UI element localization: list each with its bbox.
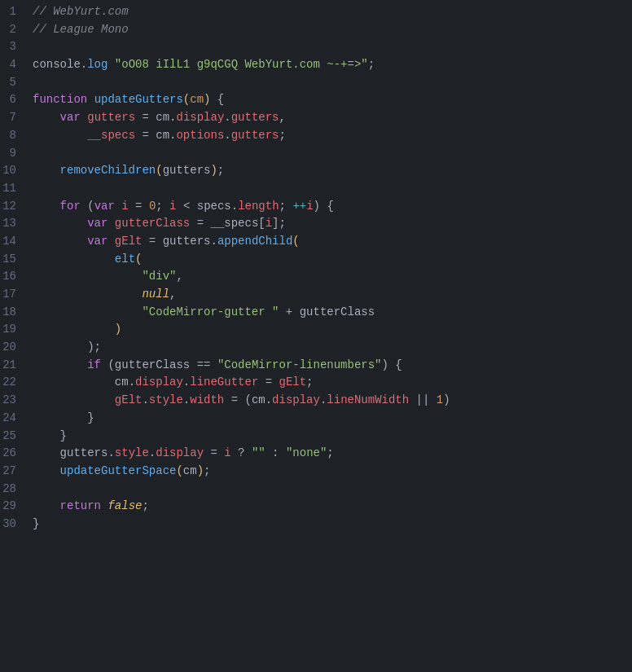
token: "CodeMirror-linenumbers" xyxy=(217,358,382,371)
line-number: 24 xyxy=(0,410,29,428)
token: , xyxy=(176,270,182,283)
token: lineGutter xyxy=(190,376,258,389)
token: options xyxy=(176,129,224,142)
token: cm xyxy=(156,129,169,142)
token: gutters xyxy=(60,446,108,459)
token: var xyxy=(60,111,81,124)
token: "" xyxy=(252,446,266,459)
line-number: 4 xyxy=(0,56,29,74)
line-content: ) xyxy=(29,321,632,339)
token xyxy=(33,393,115,406)
token: "oO08 iIlL1 g9qCGQ WebYurt.com ~-+=>" xyxy=(115,58,368,71)
code-line: 13 var gutterClass = __specs[i]; xyxy=(0,215,632,233)
token: __specs xyxy=(87,129,135,142)
token: lineNumWidth xyxy=(327,393,409,406)
token: . xyxy=(224,129,230,142)
token: var xyxy=(87,217,108,230)
token xyxy=(33,235,87,248)
token: ) xyxy=(197,464,204,477)
token: "div" xyxy=(142,270,176,283)
token: gutters xyxy=(231,111,279,124)
token: null xyxy=(142,288,169,301)
token: ? xyxy=(231,446,252,459)
code-line: 26 gutters.style.display = i ? "" : "non… xyxy=(0,445,632,463)
token: return xyxy=(60,499,101,512)
token: ) xyxy=(443,393,450,406)
token: length xyxy=(238,200,279,213)
token: cm xyxy=(190,93,204,106)
line-number: 10 xyxy=(0,162,29,180)
token: console xyxy=(33,58,81,71)
line-number: 25 xyxy=(0,428,29,446)
line-content xyxy=(29,145,632,163)
token xyxy=(33,340,87,354)
code-line: 6function updateGutters(cm) { xyxy=(0,91,632,109)
code-line: 9 xyxy=(0,145,632,163)
token xyxy=(33,129,87,142)
line-number: 28 xyxy=(0,481,29,499)
line-number: 16 xyxy=(0,268,29,286)
token: updateGutters xyxy=(94,93,183,106)
token: , xyxy=(279,111,286,124)
token: style xyxy=(115,446,149,459)
line-number: 29 xyxy=(0,498,29,516)
token: ; xyxy=(142,499,148,512)
line-number: 18 xyxy=(0,304,29,322)
token: ) xyxy=(210,164,217,177)
token xyxy=(108,217,114,230)
line-content: gutters.style.display = i ? "" : "none"; xyxy=(29,445,632,463)
line-content xyxy=(29,481,632,499)
token: . xyxy=(81,58,87,71)
token xyxy=(33,446,60,459)
code-line: 15 elt( xyxy=(0,251,632,269)
line-content: var gElt = gutters.appendChild( xyxy=(29,233,632,251)
token: = xyxy=(190,217,210,230)
token xyxy=(33,217,87,230)
token: ( xyxy=(101,358,115,371)
token: false xyxy=(108,499,142,512)
token: var xyxy=(94,200,115,213)
token: ) { xyxy=(382,358,402,371)
token: cm xyxy=(156,111,169,124)
code-line: 21 if (gutterClass == "CodeMirror-linenu… xyxy=(0,357,632,375)
line-content xyxy=(29,180,632,198)
token: gutters xyxy=(87,111,135,124)
token xyxy=(33,411,87,424)
token: : xyxy=(266,446,286,459)
code-line: 16 "div", xyxy=(0,268,632,286)
token: == xyxy=(190,358,217,371)
token: i xyxy=(169,200,176,213)
code-line: 29 return false; xyxy=(0,498,632,516)
token: gutters xyxy=(163,164,211,177)
token: ; xyxy=(368,58,375,71)
line-number: 21 xyxy=(0,357,29,375)
code-line: 14 var gElt = gutters.appendChild( xyxy=(0,233,632,251)
token: i xyxy=(121,200,128,213)
code-line: 22 cm.display.lineGutter = gElt; xyxy=(0,374,632,392)
token xyxy=(33,270,142,283)
line-content: gElt.style.width = (cm.display.lineNumWi… xyxy=(29,392,632,410)
token xyxy=(33,200,60,213)
line-number: 30 xyxy=(0,516,29,534)
line-content: "div", xyxy=(29,268,632,286)
token: elt xyxy=(115,253,135,266)
token xyxy=(33,376,115,389)
code-line: 11 xyxy=(0,180,632,198)
token: if xyxy=(87,358,101,371)
token xyxy=(33,111,60,124)
token: gutterClass xyxy=(300,305,375,318)
token: ; xyxy=(279,217,286,230)
token: . xyxy=(231,200,238,213)
token: . xyxy=(183,393,190,406)
line-content: "CodeMirror-gutter " + gutterClass xyxy=(29,304,632,322)
token: gutters xyxy=(231,129,279,142)
line-content: // WebYurt.com xyxy=(29,3,632,21)
token: // League Mono xyxy=(33,23,129,36)
line-number: 6 xyxy=(0,91,29,109)
line-number: 3 xyxy=(0,38,29,56)
token: cm xyxy=(252,393,266,406)
token xyxy=(108,58,114,71)
code-line: 19 ) xyxy=(0,321,632,339)
line-number: 5 xyxy=(0,74,29,92)
token: . xyxy=(142,393,148,406)
